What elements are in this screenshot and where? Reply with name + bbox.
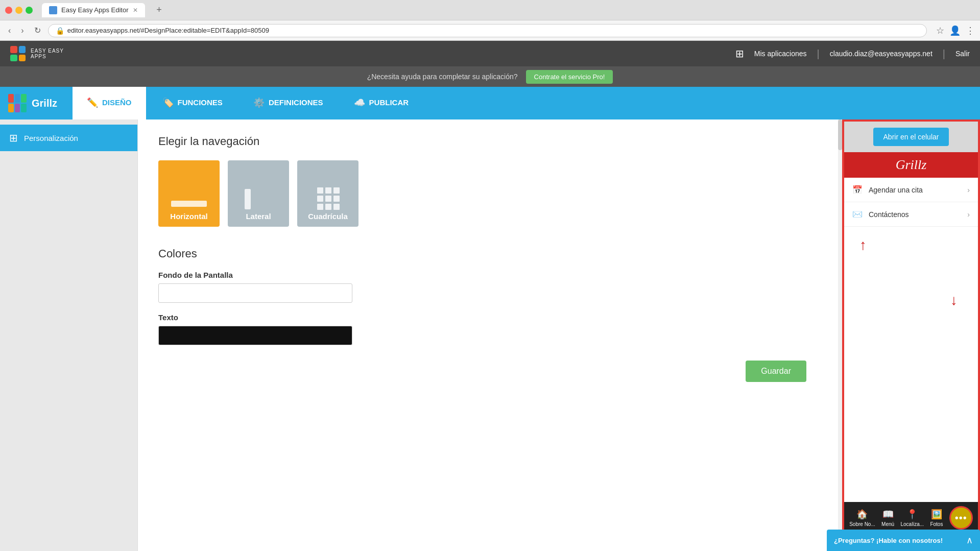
maximize-dot[interactable] [26, 7, 33, 14]
personalizacion-icon: ⊞ [9, 132, 18, 144]
preview-menu-items: 📅 Agendar una cita › ✉️ Contáctenos › ↑ … [844, 178, 978, 502]
app-name: Grillz [32, 98, 57, 109]
logo-text: EASY EASY APPS [31, 48, 64, 59]
tab-diseno[interactable]: ✏️ DISEÑO [73, 87, 146, 119]
chat-toggle-button[interactable]: ∧ [966, 535, 973, 546]
nav-separator-2: | [943, 48, 945, 60]
new-tab-button[interactable]: + [152, 3, 166, 17]
bottom-bar-fotos[interactable]: 🖼️ Fotos [930, 509, 943, 527]
apps-grid-icon: ⊞ [735, 47, 744, 60]
preview-panel: Abrir en el celular Grillz 📅 Agendar una… [842, 119, 980, 551]
profile-button[interactable]: 👤 [949, 25, 961, 36]
mis-aplicaciones-link[interactable]: Mis aplicaciones [754, 50, 807, 58]
sidebar-item-personalizacion[interactable]: ⊞ Personalización [0, 125, 137, 151]
app-icon-cell-6 [21, 104, 27, 112]
funciones-icon: 🏷️ [162, 97, 174, 108]
contactenos-label: Contáctenos [869, 210, 909, 219]
app-icon-cell-3 [21, 94, 27, 103]
tab-publicar[interactable]: ☁️ PUBLICAR [340, 87, 423, 119]
more-dots-icon: ••• [955, 512, 967, 524]
app-tabs: ✏️ DISEÑO 🏷️ FUNCIONES ⚙️ DEFINICIONES ☁… [73, 87, 972, 119]
lateral-icon-wrapper [241, 186, 276, 212]
agendar-icon: 📅 [852, 185, 863, 195]
bottom-bar-localiza[interactable]: 📍 Localíza... [900, 509, 924, 527]
colors-section: Colores Fondo de la Pantalla Texto [158, 247, 822, 345]
tab-funciones[interactable]: 🏷️ FUNCIONES [148, 87, 237, 119]
app-header: Grillz ✏️ DISEÑO 🏷️ FUNCIONES ⚙️ DEFINIC… [0, 87, 980, 119]
fondo-input[interactable] [158, 283, 352, 303]
colors-title: Colores [158, 247, 822, 260]
back-button[interactable]: ‹ [5, 24, 14, 37]
grid-cell-3 [333, 187, 340, 194]
scrollbar-thumb[interactable] [838, 119, 842, 150]
tab-definiciones[interactable]: ⚙️ DEFINICIONES [239, 87, 338, 119]
nav-option-lateral[interactable]: Lateral [228, 160, 289, 227]
grid-cell-9 [333, 204, 340, 210]
content-area: Elegir la navegación Horizontal Lateral [138, 119, 842, 551]
grid-cell-4 [317, 196, 323, 202]
nav-options: Horizontal Lateral [158, 160, 822, 227]
address-bar-row: ‹ › ↻ 🔒 editor.easyeasyapps.net/#DesignP… [0, 20, 980, 41]
browser-titlebar: Easy Easy Apps Editor ✕ + [0, 0, 980, 20]
texto-input[interactable] [158, 326, 352, 345]
user-email: claudio.diaz@easyeasyapps.net [830, 50, 933, 58]
preview-menu-item-1[interactable]: 📅 Agendar una cita › [844, 178, 978, 202]
app-icon-area: Grillz [8, 94, 57, 112]
tab-funciones-label: FUNCIONES [178, 98, 223, 107]
grid-cell-5 [325, 196, 331, 202]
bottom-bar-menu[interactable]: 📖 Menú [881, 509, 894, 527]
tab-diseno-label: DISEÑO [102, 98, 132, 107]
nav-option-cuadricula[interactable]: Cuadrícula [297, 160, 358, 227]
preview-app-title: Grillz [852, 157, 970, 173]
fotos-label: Fotos [930, 521, 943, 527]
grid-cell-2 [325, 187, 331, 194]
main-layout: ⊞ Personalización Elegir la navegación H… [0, 119, 980, 551]
top-navbar: EASY EASY APPS ⊞ Mis aplicaciones | clau… [0, 41, 980, 66]
preview-app-header: Grillz [844, 152, 978, 178]
diseno-icon: ✏️ [87, 97, 98, 108]
definiciones-icon: ⚙️ [253, 97, 265, 108]
more-button[interactable]: ••• [949, 506, 973, 530]
publicar-icon: ☁️ [354, 97, 365, 108]
nav-option-horizontal[interactable]: Horizontal [158, 160, 220, 227]
agendar-label: Agendar una cita [869, 186, 923, 194]
promo-cta-button[interactable]: Contrate el servicio Pro! [526, 70, 613, 84]
tab-close-button[interactable]: ✕ [133, 7, 138, 14]
forward-button[interactable]: › [18, 24, 27, 37]
grid-cell-7 [317, 204, 323, 210]
horizontal-label: Horizontal [170, 212, 207, 221]
bookmark-button[interactable]: ☆ [936, 25, 944, 36]
minimize-dot[interactable] [15, 7, 22, 14]
menu-icon: 📖 [882, 509, 894, 520]
app-icon-cell-1 [8, 94, 14, 103]
localiza-label: Localíza... [900, 521, 924, 527]
refresh-button[interactable]: ↻ [31, 23, 44, 37]
menu-button[interactable]: ⋮ [966, 25, 975, 36]
close-dot[interactable] [5, 7, 12, 14]
logo-area: EASY EASY APPS [10, 46, 64, 61]
preview-menu-item-2[interactable]: ✉️ Contáctenos › [844, 202, 978, 227]
chat-widget: ¿Preguntas? ¡Hable con nosotros! ∧ [827, 530, 980, 551]
save-button[interactable]: Guardar [746, 361, 806, 382]
logo-cell-1 [10, 46, 17, 53]
url-display: editor.easyeasyapps.net/#DesignPlace:edi… [67, 27, 269, 34]
agendar-arrow-icon: › [967, 186, 970, 194]
scrollbar-track[interactable] [838, 119, 842, 551]
open-in-phone-button[interactable]: Abrir en el celular [873, 128, 949, 146]
localiza-icon: 📍 [906, 509, 918, 520]
navigation-title: Elegir la navegación [158, 135, 822, 148]
chat-header: ¿Preguntas? ¡Hable con nosotros! ∧ [827, 530, 980, 551]
grid-cell-6 [333, 196, 340, 202]
sidebar-label-personalizacion: Personalización [24, 134, 78, 142]
grid-cell-8 [325, 204, 331, 210]
sobre-icon: 🏠 [856, 509, 868, 520]
contactenos-arrow-icon: › [967, 210, 970, 219]
salir-button[interactable]: Salir [955, 50, 970, 58]
fotos-icon: 🖼️ [931, 509, 942, 520]
bottom-bar-sobre[interactable]: 🏠 Sobre No... [849, 509, 875, 527]
cuadricula-label: Cuadrícula [308, 212, 348, 221]
app-icon-cell-5 [15, 104, 20, 112]
contactenos-icon: ✉️ [852, 209, 863, 219]
logo-cell-3 [10, 55, 17, 62]
app-icon-cell-4 [8, 104, 14, 112]
